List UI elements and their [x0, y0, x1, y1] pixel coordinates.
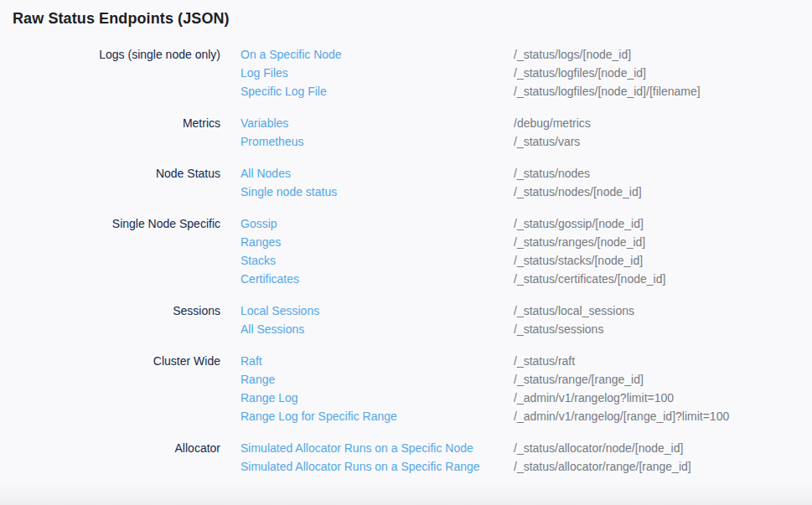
endpoint-section: Sessions Local SessionsAll Sessions /_st…	[13, 301, 799, 338]
section-links-column: VariablesPrometheus	[240, 114, 514, 151]
section-paths-column: /_status/raft/_status/range/[range_id]/_…	[514, 352, 729, 425]
endpoint-path: /_status/ranges/[node_id]	[514, 233, 665, 251]
section-links-column: GossipRangesStacksCertificates	[240, 214, 514, 288]
section-category-label: Logs (single node only)	[13, 45, 220, 64]
endpoint-link[interactable]: Certificates	[240, 270, 514, 288]
section-paths-column: /_status/allocator/node/[node_id]/_statu…	[514, 439, 691, 476]
endpoint-path: /_status/sessions	[514, 320, 634, 338]
endpoint-section: Single Node Specific GossipRangesStacksC…	[13, 214, 799, 288]
endpoint-path: /_status/logfiles/[node_id]	[514, 64, 701, 82]
endpoint-path: /_status/vars	[514, 132, 591, 151]
section-links-column: RaftRangeRange LogRange Log for Specific…	[240, 352, 514, 425]
endpoint-link[interactable]: Range Log	[240, 389, 514, 407]
endpoint-section: Metrics VariablesPrometheus /debug/metri…	[13, 114, 799, 151]
endpoint-link[interactable]: Gossip	[240, 214, 514, 233]
endpoint-section: Node Status All NodesSingle node status …	[13, 164, 799, 201]
endpoint-path: /_status/logfiles/[node_id]/[filename]	[514, 82, 701, 100]
endpoint-link[interactable]: Simulated Allocator Runs on a Specific N…	[240, 439, 514, 457]
bottom-fade-divider	[0, 483, 812, 505]
endpoint-sections: Logs (single node only) On a Specific No…	[13, 45, 799, 476]
section-paths-column: /_status/nodes/_status/nodes/[node_id]	[514, 164, 642, 201]
endpoint-link[interactable]: Range	[240, 370, 514, 389]
section-category-label: Cluster Wide	[13, 352, 220, 370]
endpoint-section: Cluster Wide RaftRangeRange LogRange Log…	[13, 352, 799, 425]
section-links-column: Simulated Allocator Runs on a Specific N…	[240, 439, 514, 476]
endpoint-path: /_status/range/[range_id]	[514, 370, 729, 389]
endpoint-path: /_status/gossip/[node_id]	[514, 214, 665, 233]
section-links-column: All NodesSingle node status	[240, 164, 514, 201]
section-category-label: Metrics	[13, 114, 220, 132]
section-category-label: Single Node Specific	[13, 214, 220, 233]
endpoint-section: Allocator Simulated Allocator Runs on a …	[13, 439, 799, 476]
section-paths-column: /_status/logs/[node_id]/_status/logfiles…	[514, 45, 701, 100]
endpoint-link[interactable]: All Nodes	[240, 164, 514, 183]
section-category-label: Node Status	[13, 164, 220, 183]
endpoint-link[interactable]: Prometheus	[240, 132, 514, 151]
section-paths-column: /debug/metrics/_status/vars	[514, 114, 591, 151]
endpoint-link[interactable]: Ranges	[240, 233, 514, 251]
endpoint-section: Logs (single node only) On a Specific No…	[13, 45, 799, 100]
endpoint-path: /_status/nodes	[514, 164, 642, 183]
endpoint-path: /_status/raft	[514, 352, 729, 370]
endpoint-link[interactable]: Range Log for Specific Range	[240, 407, 514, 425]
endpoint-path: /_status/allocator/node/[node_id]	[514, 439, 691, 457]
endpoint-path: /_status/allocator/range/[range_id]	[514, 457, 691, 476]
endpoint-link[interactable]: Variables	[240, 114, 514, 132]
section-category-label: Sessions	[13, 301, 220, 320]
endpoint-path: /debug/metrics	[514, 114, 591, 132]
page-title: Raw Status Endpoints (JSON)	[13, 10, 799, 28]
endpoint-link[interactable]: Simulated Allocator Runs on a Specific R…	[240, 457, 514, 476]
endpoint-link[interactable]: Local Sessions	[240, 301, 514, 320]
endpoint-link[interactable]: Stacks	[240, 251, 514, 270]
endpoint-link[interactable]: On a Specific Node	[240, 45, 514, 64]
endpoint-path: /_status/stacks/[node_id]	[514, 251, 665, 270]
debug-endpoints-page: Raw Status Endpoints (JSON) Logs (single…	[0, 0, 812, 476]
section-paths-column: /_status/local_sessions/_status/sessions	[514, 301, 634, 338]
section-paths-column: /_status/gossip/[node_id]/_status/ranges…	[514, 214, 665, 288]
section-links-column: Local SessionsAll Sessions	[240, 301, 514, 338]
endpoint-path: /_status/certificates/[node_id]	[514, 270, 665, 288]
endpoint-path: /_status/nodes/[node_id]	[514, 183, 642, 201]
section-links-column: On a Specific NodeLog FilesSpecific Log …	[240, 45, 514, 100]
endpoint-link[interactable]: Single node status	[240, 183, 514, 201]
endpoint-link[interactable]: All Sessions	[240, 320, 514, 338]
endpoint-link[interactable]: Specific Log File	[240, 82, 514, 100]
section-category-label: Allocator	[13, 439, 220, 457]
endpoint-link[interactable]: Raft	[240, 352, 514, 370]
endpoint-path: /_admin/v1/rangelog/[range_id]?limit=100	[514, 407, 729, 425]
endpoint-path: /_status/local_sessions	[514, 301, 634, 320]
endpoint-path: /_admin/v1/rangelog?limit=100	[514, 389, 729, 407]
endpoint-path: /_status/logs/[node_id]	[514, 45, 701, 64]
endpoint-link[interactable]: Log Files	[240, 64, 514, 82]
